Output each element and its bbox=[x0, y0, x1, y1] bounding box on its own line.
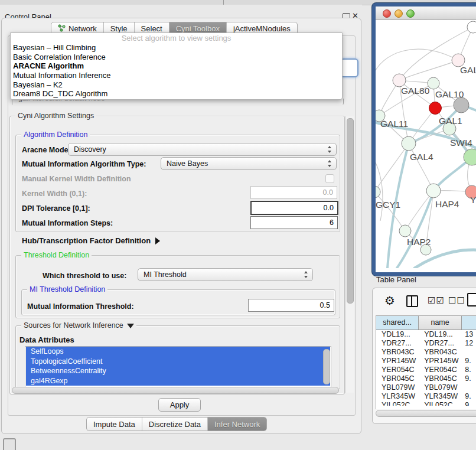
table-header-row: shared... name A bbox=[376, 316, 476, 330]
data-attribute-item[interactable]: gal4RGexp bbox=[26, 376, 330, 386]
stepper-arrows-icon bbox=[304, 270, 309, 279]
column-header-third[interactable]: A bbox=[462, 316, 476, 330]
node-label: HAP2 bbox=[407, 237, 431, 247]
dpi-tolerance-input[interactable]: 0.0 bbox=[250, 201, 338, 215]
cell-value: 8. bbox=[462, 366, 476, 374]
mi-threshold-input[interactable]: 0.5 bbox=[248, 299, 334, 312]
table-panel: ⚙ ☑☑ ☐☐ shared... name A YDL19... YDL19.… bbox=[372, 288, 476, 424]
algorithm-combobox-fragment[interactable] bbox=[340, 58, 358, 77]
table-row[interactable]: YBR045C YBR045C 9. bbox=[376, 374, 476, 383]
mi-steps-input[interactable]: 6 bbox=[250, 216, 338, 229]
docked-panel-icon[interactable] bbox=[3, 438, 16, 450]
table-row[interactable]: YLR345W YLR345W 9. bbox=[376, 392, 476, 401]
mi-algorithm-type-select[interactable]: Naive Bayes bbox=[161, 157, 337, 170]
group-title[interactable]: Sources for Network Inference bbox=[21, 321, 136, 330]
bottom-tabbar: Impute Data Discretize Data Infer Networ… bbox=[86, 417, 267, 431]
combo-value: Naive Bayes bbox=[167, 159, 208, 168]
tab-impute-data[interactable]: Impute Data bbox=[87, 418, 142, 431]
toolbar-divider bbox=[223, 0, 224, 5]
table-row[interactable]: YPR145W YPR145W 9. bbox=[376, 357, 476, 366]
apply-button[interactable]: Apply bbox=[158, 398, 201, 412]
cell-value: 9. bbox=[462, 392, 476, 401]
minimize-traffic-light-icon[interactable] bbox=[395, 9, 403, 18]
deselect-all-icon[interactable]: ☐☐ bbox=[448, 295, 465, 306]
table-toolbar: ⚙ ☑☑ ☐☐ bbox=[373, 288, 476, 314]
tab-infer-network[interactable]: Infer Network bbox=[208, 418, 266, 431]
close-traffic-light-icon[interactable] bbox=[383, 9, 391, 18]
dpi-tolerance-label: DPI Tolerance [0,1]: bbox=[22, 204, 90, 213]
table-row[interactable]: YIL052C YIL052C 9 bbox=[376, 401, 476, 406]
group-title: Threshold Definition bbox=[21, 251, 92, 259]
data-attributes-list: SelfLoops TopologicalCoefficient Between… bbox=[25, 346, 331, 387]
aracne-mode-select[interactable]: Discovery bbox=[68, 143, 337, 156]
tab-label: Cyni Toolbox bbox=[176, 24, 220, 33]
node-table: shared... name A YDL19... YDL19... 13 YD… bbox=[376, 315, 476, 409]
table-row[interactable]: YBR043C YBR043C bbox=[376, 348, 476, 357]
node-label: GAL4 bbox=[410, 152, 433, 162]
node-label: SWI4 bbox=[450, 138, 472, 148]
cell-name: YDL19... bbox=[419, 330, 462, 339]
cell-value: 12 bbox=[462, 339, 476, 348]
cell-value: 9. bbox=[462, 374, 476, 383]
data-attribute-item[interactable]: BetweennessCentrality bbox=[26, 366, 330, 376]
zoom-traffic-light-icon[interactable] bbox=[406, 9, 415, 18]
cell-shared: YIL052C bbox=[376, 401, 419, 406]
tab-label: Select bbox=[141, 24, 162, 33]
column-header-shared-name[interactable]: shared... bbox=[376, 316, 419, 330]
which-threshold-select[interactable]: MI Threshold bbox=[138, 268, 313, 281]
tab-label: Infer Network bbox=[214, 420, 260, 429]
algorithm-option[interactable]: Mutual Information Inference bbox=[11, 71, 342, 80]
tab-label: Impute Data bbox=[93, 420, 135, 429]
select-all-icon[interactable]: ☑☑ bbox=[428, 295, 445, 306]
table-horizontal-scrollbar[interactable] bbox=[376, 410, 476, 417]
aracne-mode-label: Aracne Mode: bbox=[22, 146, 71, 154]
table-row[interactable]: YDL19... YDL19... 13 bbox=[376, 330, 476, 339]
hub-definition-section[interactable]: Hub/Transcription Factor Definition bbox=[22, 236, 160, 245]
column-header-name[interactable]: name bbox=[419, 316, 462, 330]
columns-icon[interactable] bbox=[406, 295, 418, 307]
horizontal-scrollbar[interactable] bbox=[12, 387, 339, 394]
algorithm-option[interactable]: Bayesian – K2 bbox=[11, 80, 342, 90]
cell-shared: YBR045C bbox=[376, 374, 419, 383]
data-attributes-label: Data Attributes bbox=[19, 335, 74, 344]
mi-threshold-label: Mutual Information Threshold: bbox=[27, 302, 134, 311]
hub-definition-label: Hub/Transcription Factor Definition bbox=[22, 236, 151, 245]
cell-shared: YDR27... bbox=[376, 339, 419, 348]
expanded-arrow-icon bbox=[127, 324, 134, 328]
group-title: Cyni Algorithm Settings bbox=[15, 112, 96, 120]
table-row[interactable]: YBL079W YBL079W bbox=[376, 383, 476, 392]
cell-name: YBR043C bbox=[419, 348, 462, 357]
node-label: GAL10 bbox=[435, 89, 464, 99]
kernel-width-input[interactable]: 0.0 bbox=[250, 186, 337, 199]
list-scrollbar-thumb[interactable] bbox=[323, 349, 330, 384]
table-row[interactable]: YDR27... YDR27... 12 bbox=[376, 339, 476, 348]
window-titlebar[interactable] bbox=[376, 6, 476, 20]
node-label: GCY1 bbox=[376, 200, 400, 210]
table-row[interactable]: YER054C YER054C 8. bbox=[376, 366, 476, 374]
collapsed-arrow-icon bbox=[155, 237, 160, 244]
app-root: Control Panel ✕ Network Style Select Cyn… bbox=[0, 0, 476, 450]
cell-value: 13 bbox=[462, 330, 476, 339]
tab-discretize-data[interactable]: Discretize Data bbox=[142, 418, 208, 431]
manual-kernel-width-checkbox[interactable] bbox=[325, 174, 334, 183]
cell-value: 9. bbox=[462, 357, 476, 366]
algorithm-option[interactable]: Basic Correlation Inference bbox=[11, 53, 342, 62]
cell-name: YIL052C bbox=[419, 401, 462, 406]
export-table-icon[interactable] bbox=[467, 293, 476, 306]
cell-name: YLR345W bbox=[419, 392, 462, 401]
cell-name: YBR045C bbox=[419, 374, 462, 383]
gear-icon[interactable]: ⚙ bbox=[384, 294, 395, 308]
tab-label: Network bbox=[69, 24, 97, 33]
data-attribute-item[interactable]: TopologicalCoefficient bbox=[26, 357, 330, 367]
node-label: Y bbox=[470, 195, 476, 205]
cell-shared: YPR145W bbox=[376, 357, 419, 366]
network-canvas[interactable]: GAL GAL80 GAL10 GAL11 GAL1 SWI4 GAL4 GCY… bbox=[376, 20, 476, 272]
algorithm-option[interactable]: Dream8 DC_TDC Algorithm bbox=[11, 89, 342, 99]
network-view-window[interactable]: GAL GAL80 GAL10 GAL11 GAL1 SWI4 GAL4 GCY… bbox=[372, 3, 476, 276]
data-attribute-item[interactable]: SelfLoops bbox=[26, 347, 330, 357]
algorithm-option-selected[interactable]: ARACNE Algorithm bbox=[11, 61, 342, 71]
tab-label: Discretize Data bbox=[149, 420, 201, 429]
algorithm-option[interactable]: Bayesian – Hill Climbing bbox=[11, 43, 342, 53]
stepper-arrows-icon bbox=[327, 145, 332, 154]
vertical-scrollbar-thumb[interactable] bbox=[347, 118, 354, 304]
